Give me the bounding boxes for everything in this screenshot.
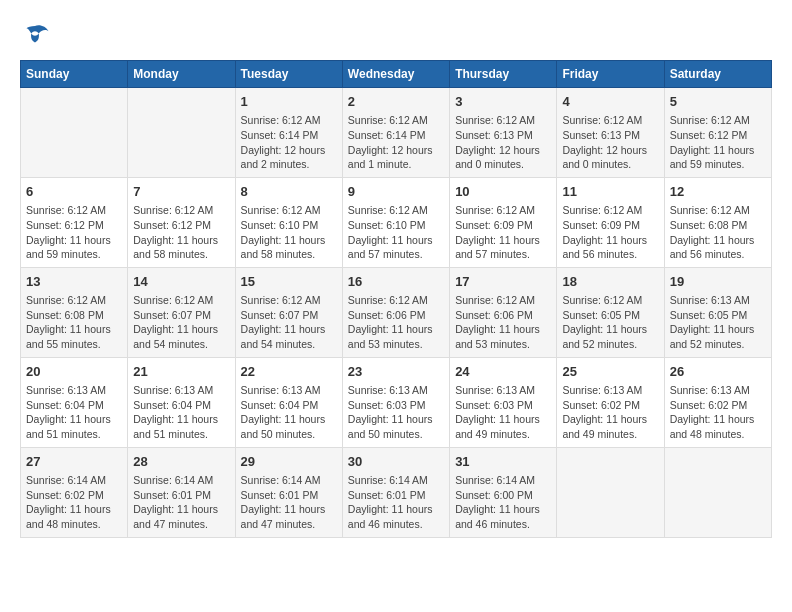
day-number: 7 — [133, 183, 229, 201]
day-content: Sunrise: 6:14 AMSunset: 6:00 PMDaylight:… — [455, 473, 551, 532]
day-number: 15 — [241, 273, 337, 291]
logo-icon — [20, 20, 50, 50]
calendar-cell: 8Sunrise: 6:12 AMSunset: 6:10 PMDaylight… — [235, 177, 342, 267]
day-content: Sunrise: 6:13 AMSunset: 6:04 PMDaylight:… — [133, 383, 229, 442]
calendar-cell: 21Sunrise: 6:13 AMSunset: 6:04 PMDayligh… — [128, 357, 235, 447]
weekday-tuesday: Tuesday — [235, 61, 342, 88]
calendar-cell: 22Sunrise: 6:13 AMSunset: 6:04 PMDayligh… — [235, 357, 342, 447]
day-content: Sunrise: 6:13 AMSunset: 6:04 PMDaylight:… — [241, 383, 337, 442]
day-content: Sunrise: 6:13 AMSunset: 6:03 PMDaylight:… — [455, 383, 551, 442]
weekday-header-row: SundayMondayTuesdayWednesdayThursdayFrid… — [21, 61, 772, 88]
day-number: 31 — [455, 453, 551, 471]
calendar-cell: 7Sunrise: 6:12 AMSunset: 6:12 PMDaylight… — [128, 177, 235, 267]
weekday-thursday: Thursday — [450, 61, 557, 88]
calendar-cell: 26Sunrise: 6:13 AMSunset: 6:02 PMDayligh… — [664, 357, 771, 447]
day-content: Sunrise: 6:13 AMSunset: 6:02 PMDaylight:… — [670, 383, 766, 442]
calendar-body: 1Sunrise: 6:12 AMSunset: 6:14 PMDaylight… — [21, 88, 772, 538]
weekday-wednesday: Wednesday — [342, 61, 449, 88]
day-content: Sunrise: 6:12 AMSunset: 6:12 PMDaylight:… — [133, 203, 229, 262]
day-content: Sunrise: 6:12 AMSunset: 6:14 PMDaylight:… — [348, 113, 444, 172]
day-number: 6 — [26, 183, 122, 201]
calendar-header: SundayMondayTuesdayWednesdayThursdayFrid… — [21, 61, 772, 88]
weekday-monday: Monday — [128, 61, 235, 88]
calendar-cell — [128, 88, 235, 178]
day-content: Sunrise: 6:12 AMSunset: 6:14 PMDaylight:… — [241, 113, 337, 172]
day-content: Sunrise: 6:12 AMSunset: 6:07 PMDaylight:… — [133, 293, 229, 352]
day-content: Sunrise: 6:12 AMSunset: 6:10 PMDaylight:… — [241, 203, 337, 262]
calendar-week-2: 6Sunrise: 6:12 AMSunset: 6:12 PMDaylight… — [21, 177, 772, 267]
day-content: Sunrise: 6:12 AMSunset: 6:13 PMDaylight:… — [455, 113, 551, 172]
calendar-cell: 9Sunrise: 6:12 AMSunset: 6:10 PMDaylight… — [342, 177, 449, 267]
page-header — [20, 20, 772, 50]
day-content: Sunrise: 6:14 AMSunset: 6:02 PMDaylight:… — [26, 473, 122, 532]
day-number: 5 — [670, 93, 766, 111]
day-number: 27 — [26, 453, 122, 471]
calendar-cell — [21, 88, 128, 178]
day-number: 9 — [348, 183, 444, 201]
day-number: 16 — [348, 273, 444, 291]
day-number: 8 — [241, 183, 337, 201]
calendar-week-3: 13Sunrise: 6:12 AMSunset: 6:08 PMDayligh… — [21, 267, 772, 357]
day-number: 12 — [670, 183, 766, 201]
calendar-cell: 17Sunrise: 6:12 AMSunset: 6:06 PMDayligh… — [450, 267, 557, 357]
calendar-cell: 4Sunrise: 6:12 AMSunset: 6:13 PMDaylight… — [557, 88, 664, 178]
logo — [20, 20, 54, 50]
calendar-table: SundayMondayTuesdayWednesdayThursdayFrid… — [20, 60, 772, 538]
calendar-week-5: 27Sunrise: 6:14 AMSunset: 6:02 PMDayligh… — [21, 447, 772, 537]
calendar-cell: 2Sunrise: 6:12 AMSunset: 6:14 PMDaylight… — [342, 88, 449, 178]
day-number: 22 — [241, 363, 337, 381]
day-number: 2 — [348, 93, 444, 111]
day-content: Sunrise: 6:14 AMSunset: 6:01 PMDaylight:… — [241, 473, 337, 532]
calendar-cell: 13Sunrise: 6:12 AMSunset: 6:08 PMDayligh… — [21, 267, 128, 357]
weekday-saturday: Saturday — [664, 61, 771, 88]
weekday-friday: Friday — [557, 61, 664, 88]
day-content: Sunrise: 6:12 AMSunset: 6:09 PMDaylight:… — [562, 203, 658, 262]
calendar-cell: 28Sunrise: 6:14 AMSunset: 6:01 PMDayligh… — [128, 447, 235, 537]
day-number: 21 — [133, 363, 229, 381]
day-number: 14 — [133, 273, 229, 291]
day-number: 26 — [670, 363, 766, 381]
day-number: 13 — [26, 273, 122, 291]
calendar-cell: 27Sunrise: 6:14 AMSunset: 6:02 PMDayligh… — [21, 447, 128, 537]
calendar-week-1: 1Sunrise: 6:12 AMSunset: 6:14 PMDaylight… — [21, 88, 772, 178]
calendar-cell: 18Sunrise: 6:12 AMSunset: 6:05 PMDayligh… — [557, 267, 664, 357]
calendar-cell: 11Sunrise: 6:12 AMSunset: 6:09 PMDayligh… — [557, 177, 664, 267]
day-number: 4 — [562, 93, 658, 111]
day-content: Sunrise: 6:12 AMSunset: 6:09 PMDaylight:… — [455, 203, 551, 262]
day-number: 19 — [670, 273, 766, 291]
day-number: 11 — [562, 183, 658, 201]
day-content: Sunrise: 6:13 AMSunset: 6:05 PMDaylight:… — [670, 293, 766, 352]
day-number: 10 — [455, 183, 551, 201]
calendar-cell: 19Sunrise: 6:13 AMSunset: 6:05 PMDayligh… — [664, 267, 771, 357]
calendar-cell: 16Sunrise: 6:12 AMSunset: 6:06 PMDayligh… — [342, 267, 449, 357]
calendar-cell — [557, 447, 664, 537]
day-number: 25 — [562, 363, 658, 381]
day-content: Sunrise: 6:12 AMSunset: 6:05 PMDaylight:… — [562, 293, 658, 352]
day-content: Sunrise: 6:12 AMSunset: 6:08 PMDaylight:… — [26, 293, 122, 352]
day-number: 3 — [455, 93, 551, 111]
calendar-cell: 15Sunrise: 6:12 AMSunset: 6:07 PMDayligh… — [235, 267, 342, 357]
day-content: Sunrise: 6:12 AMSunset: 6:08 PMDaylight:… — [670, 203, 766, 262]
day-content: Sunrise: 6:14 AMSunset: 6:01 PMDaylight:… — [348, 473, 444, 532]
day-content: Sunrise: 6:12 AMSunset: 6:12 PMDaylight:… — [26, 203, 122, 262]
day-content: Sunrise: 6:12 AMSunset: 6:06 PMDaylight:… — [348, 293, 444, 352]
day-number: 18 — [562, 273, 658, 291]
day-number: 1 — [241, 93, 337, 111]
calendar-cell: 23Sunrise: 6:13 AMSunset: 6:03 PMDayligh… — [342, 357, 449, 447]
calendar-cell: 6Sunrise: 6:12 AMSunset: 6:12 PMDaylight… — [21, 177, 128, 267]
day-number: 24 — [455, 363, 551, 381]
weekday-sunday: Sunday — [21, 61, 128, 88]
day-content: Sunrise: 6:12 AMSunset: 6:10 PMDaylight:… — [348, 203, 444, 262]
day-content: Sunrise: 6:14 AMSunset: 6:01 PMDaylight:… — [133, 473, 229, 532]
day-number: 30 — [348, 453, 444, 471]
calendar-cell: 10Sunrise: 6:12 AMSunset: 6:09 PMDayligh… — [450, 177, 557, 267]
day-content: Sunrise: 6:12 AMSunset: 6:06 PMDaylight:… — [455, 293, 551, 352]
day-content: Sunrise: 6:13 AMSunset: 6:02 PMDaylight:… — [562, 383, 658, 442]
day-content: Sunrise: 6:12 AMSunset: 6:13 PMDaylight:… — [562, 113, 658, 172]
day-number: 20 — [26, 363, 122, 381]
day-number: 29 — [241, 453, 337, 471]
calendar-cell: 30Sunrise: 6:14 AMSunset: 6:01 PMDayligh… — [342, 447, 449, 537]
calendar-cell: 5Sunrise: 6:12 AMSunset: 6:12 PMDaylight… — [664, 88, 771, 178]
day-number: 28 — [133, 453, 229, 471]
calendar-cell: 14Sunrise: 6:12 AMSunset: 6:07 PMDayligh… — [128, 267, 235, 357]
